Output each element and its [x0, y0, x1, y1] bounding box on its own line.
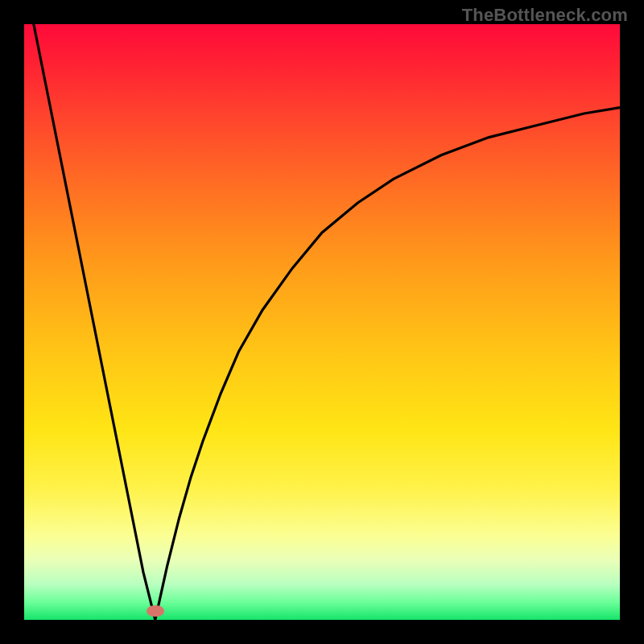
watermark-label: TheBottleneck.com	[462, 5, 628, 26]
outer-frame: TheBottleneck.com	[0, 0, 644, 644]
curve-path	[24, 24, 620, 620]
optimum-marker	[147, 605, 164, 617]
plot-area	[24, 24, 620, 620]
bottleneck-curve	[24, 24, 620, 620]
